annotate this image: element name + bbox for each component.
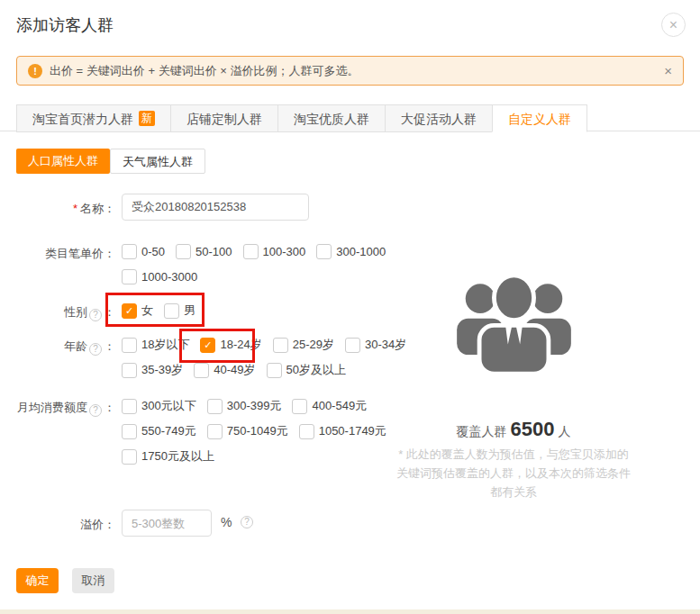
premium-input[interactable] [122, 510, 212, 537]
checkbox-option-1000-3000[interactable]: 1000-3000 [122, 269, 197, 284]
check-icon: ✓ [125, 305, 133, 317]
tab-label: 淘宝首页潜力人群 [32, 105, 133, 132]
checkbox-icon [267, 363, 282, 378]
background-page-edge [0, 609, 700, 614]
field-label-premium: 溢价： [0, 517, 115, 532]
checkbox-option-1750-plus[interactable]: 1750元及以上 [122, 448, 214, 465]
coverage-note: * 此处的覆盖人数为预估值，与您宝贝添加的 关键词预估覆盖的人群，以及本次的筛选… [394, 445, 633, 501]
checkbox-icon [122, 244, 137, 259]
checkbox-icon [122, 338, 137, 353]
audience-group-icon [453, 270, 575, 378]
tab-label: 淘宝优质人群 [294, 105, 369, 132]
coverage-label: 覆盖人群 [457, 424, 507, 438]
field-label-gender: 性别?： [0, 304, 115, 321]
check-icon: ✓ [204, 339, 212, 351]
coverage-value: 6500 [511, 418, 555, 440]
notice-banner: ! 出价 = 关键词出价 + 关键词出价 × 溢价比例；人群可多选。 × [16, 56, 684, 86]
percent-unit: % [221, 515, 232, 529]
help-icon[interactable]: ? [89, 343, 102, 356]
cancel-button[interactable]: 取消 [72, 568, 114, 593]
field-label-age: 年龄?： [0, 339, 115, 356]
checkbox-icon [122, 449, 137, 465]
checkbox-option-100-300[interactable]: 100-300 [243, 244, 306, 259]
coverage-note-line: 关键词预估覆盖的人群，以及本次的筛选条件 [394, 464, 633, 483]
checkbox-icon [299, 424, 314, 439]
confirm-button[interactable]: 确定 [16, 568, 59, 593]
monthly-spend-options-line3: 1750元及以上 [122, 448, 225, 465]
notice-text: 出价 = 关键词出价 + 关键词出价 × 溢价比例；人群可多选。 [50, 63, 359, 79]
checkbox-icon [194, 363, 209, 378]
add-visitor-audience-dialog: 添加访客人群 × ! 出价 = 关键词出价 + 关键词出价 × 溢价比例；人群可… [0, 0, 700, 614]
coverage-count: 覆盖人群6500人 [401, 418, 626, 441]
checkbox-icon [207, 424, 223, 439]
subtab-weather[interactable]: 天气属性人群 [110, 149, 205, 174]
field-label-category-price: 类目笔单价： [0, 246, 115, 261]
tab-label: 大促活动人群 [401, 105, 477, 132]
checkbox-icon [292, 399, 307, 414]
monthly-spend-options-line2: 550-749元 750-1049元 1050-1749元 [122, 423, 397, 439]
page-title: 添加访客人群 [16, 14, 114, 36]
tab-custom-audience[interactable]: 自定义人群 [492, 104, 587, 132]
checkbox-option-300-399[interactable]: 300-399元 [207, 398, 282, 414]
checkbox-icon [316, 244, 332, 259]
checkbox-option-18-24[interactable]: ✓18-24岁 [200, 337, 261, 353]
tab-label: 店铺定制人群 [186, 105, 262, 132]
checkbox-option-female[interactable]: ✓女 [122, 302, 153, 319]
checkbox-checked-icon: ✓ [200, 338, 215, 353]
dialog-close-button[interactable]: × [661, 13, 686, 37]
checkbox-option-50-100[interactable]: 50-100 [176, 244, 232, 259]
field-label-name: *名称： [0, 201, 115, 216]
tab-promo-activity[interactable]: 大促活动人群 [385, 104, 493, 132]
checkbox-icon [176, 244, 191, 259]
age-options-line2: 35-39岁 40-49岁 50岁及以上 [122, 362, 357, 378]
checkbox-option-0-50[interactable]: 0-50 [122, 244, 165, 259]
checkbox-icon [164, 303, 179, 319]
tab-taobao-homepage-potential[interactable]: 淘宝首页潜力人群 新 [16, 104, 171, 132]
checkbox-option-400-549[interactable]: 400-549元 [292, 398, 367, 414]
checkbox-icon [207, 399, 223, 414]
checkbox-option-under-300[interactable]: 300元以下 [122, 398, 196, 414]
tab-taobao-quality[interactable]: 淘宝优质人群 [277, 104, 386, 132]
audience-name-input[interactable] [122, 194, 309, 221]
coverage-unit: 人 [558, 424, 570, 438]
tab-shop-custom[interactable]: 店铺定制人群 [170, 104, 278, 132]
checkbox-option-40-49[interactable]: 40-49岁 [194, 362, 255, 378]
coverage-note-line: * 此处的覆盖人数为预估值，与您宝贝添加的 [394, 445, 633, 464]
help-icon[interactable]: ? [89, 309, 102, 321]
close-icon: × [669, 17, 677, 32]
checkbox-option-750-1049[interactable]: 750-1049元 [207, 423, 288, 439]
checkbox-icon [273, 338, 288, 353]
checkbox-option-50-plus[interactable]: 50岁及以上 [267, 362, 346, 378]
tab-bar: 淘宝首页潜力人群 新 店铺定制人群 淘宝优质人群 大促活动人群 自定义人群 [0, 104, 700, 131]
alert-icon: ! [28, 64, 42, 78]
subtab-bar: 人口属性人群 天气属性人群 [16, 149, 205, 174]
notice-close-icon[interactable]: × [664, 63, 672, 78]
checkbox-option-1050-1749[interactable]: 1050-1749元 [299, 423, 386, 439]
checkbox-option-30-34[interactable]: 30-34岁 [345, 337, 406, 353]
checkbox-icon [345, 338, 360, 353]
checkbox-checked-icon: ✓ [122, 303, 137, 319]
checkbox-icon [122, 363, 137, 378]
checkbox-icon [122, 399, 137, 414]
coverage-note-line: 都有关系 [394, 483, 633, 501]
checkbox-icon [122, 424, 137, 439]
checkbox-option-35-39[interactable]: 35-39岁 [122, 362, 183, 378]
checkbox-option-male[interactable]: 男 [164, 302, 195, 319]
subtab-demographic[interactable]: 人口属性人群 [16, 149, 110, 174]
category-price-options-line1: 0-50 50-100 100-300 300-1000 [122, 244, 396, 259]
monthly-spend-options-line1: 300元以下 300-399元 400-549元 [122, 398, 377, 414]
checkbox-option-under-18[interactable]: 18岁以下 [122, 337, 189, 353]
checkbox-option-25-29[interactable]: 25-29岁 [273, 337, 334, 353]
gender-options: ✓女 男 [122, 302, 206, 319]
checkbox-option-550-749[interactable]: 550-749元 [122, 423, 196, 439]
checkbox-option-300-1000[interactable]: 300-1000 [316, 244, 386, 259]
help-icon[interactable]: ? [241, 516, 253, 528]
tab-label: 自定义人群 [508, 105, 571, 132]
required-mark: * [73, 202, 77, 215]
field-label-monthly-spend: 月均消费额度?： [0, 400, 115, 417]
new-badge: 新 [139, 111, 155, 126]
help-icon[interactable]: ? [89, 404, 102, 417]
category-price-options-line2: 1000-3000 [122, 269, 208, 284]
checkbox-icon [243, 244, 259, 259]
age-options-line1: 18岁以下 ✓18-24岁 25-29岁 30-34岁 [122, 337, 417, 353]
